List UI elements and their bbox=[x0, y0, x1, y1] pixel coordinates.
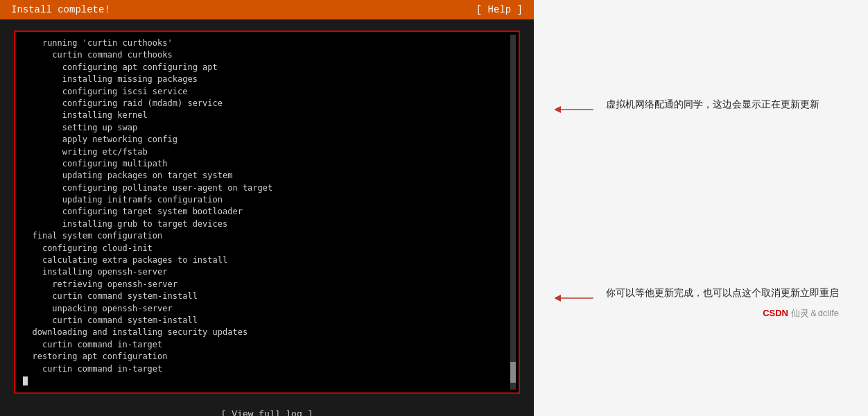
annotation-network-block: 虚拟机网络配通的同学，这边会显示正在更新更新 bbox=[555, 96, 847, 120]
scrollbar[interactable] bbox=[510, 35, 516, 390]
install-title: Install complete! bbox=[11, 4, 110, 15]
installer-panel: Install complete! [ Help ] running 'curt… bbox=[0, 0, 534, 416]
annotation-cancel-block: 你可以等他更新完成，也可以点这个取消更新立即重启 CSDN 仙灵＆dclife bbox=[555, 285, 847, 320]
csdn-credit: CSDN 仙灵＆dclife bbox=[606, 307, 839, 320]
annotation-panel: 虚拟机网络配通的同学，这边会显示正在更新更新 你可以等他更新完成，也可以点这个取… bbox=[534, 0, 868, 416]
arrow-network bbox=[555, 96, 596, 120]
annotation-cancel-wrapper: 你可以等他更新完成，也可以点这个取消更新立即重启 CSDN 仙灵＆dclife bbox=[606, 285, 839, 320]
view-log-button[interactable]: View full log bbox=[207, 408, 327, 416]
scrollbar-thumb[interactable] bbox=[510, 362, 516, 383]
arrow-cancel bbox=[555, 285, 596, 309]
title-bar: Install complete! [ Help ] bbox=[0, 0, 534, 19]
arrow-cancel-icon bbox=[555, 288, 596, 309]
csdn-suffix: 仙灵＆dclife bbox=[791, 308, 839, 318]
buttons-area: View full log Cancel update and reboot bbox=[0, 401, 534, 416]
log-box: running 'curtin curthooks' curtin comman… bbox=[14, 31, 520, 394]
csdn-brand: CSDN bbox=[763, 308, 788, 318]
help-label: [ Help ] bbox=[476, 4, 523, 15]
log-content: running 'curtin curthooks' curtin comman… bbox=[22, 37, 512, 387]
log-container: running 'curtin curthooks' curtin comman… bbox=[0, 19, 534, 401]
arrow-network-icon bbox=[555, 99, 596, 120]
annotation-network-text: 虚拟机网络配通的同学，这边会显示正在更新更新 bbox=[606, 96, 819, 112]
cursor bbox=[23, 376, 28, 385]
annotation-cancel-text: 你可以等他更新完成，也可以点这个取消更新立即重启 bbox=[606, 285, 839, 300]
